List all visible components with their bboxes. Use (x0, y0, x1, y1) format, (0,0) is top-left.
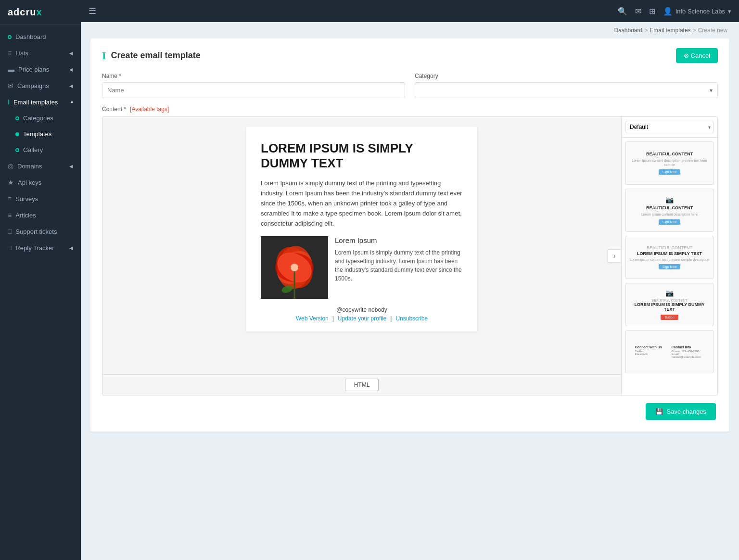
template-5-col-1: Connect With Us Twitter Facebook (635, 345, 668, 358)
save-button[interactable]: 💾 Save changes (646, 403, 716, 420)
table-icon[interactable]: ⊞ (649, 7, 655, 16)
email-headline: LOREM IPSUM IS SIMPLY DUMMY TEXT (261, 141, 463, 171)
template-item-5[interactable]: Connect With Us Twitter Facebook Contact… (625, 330, 714, 373)
nav-chevron-right-icon: › (613, 252, 616, 260)
camera-icon: 📷 (665, 196, 674, 204)
email-col-body: Lorem Ipsum is simply dummy text of the … (335, 248, 463, 283)
sidebar-item-api-keys[interactable]: ★ Api keys (0, 174, 81, 191)
email-footer-author: @copywrite nobody (261, 306, 463, 313)
domains-icon: ◎ (8, 162, 13, 170)
web-version-link[interactable]: Web Version (296, 315, 329, 322)
sidebar-item-dashboard[interactable]: Dashboard (0, 29, 81, 45)
sidebar-item-domains[interactable]: ◎ Domains ◀ (0, 158, 81, 174)
breadcrumb-email-templates[interactable]: Email templates (650, 27, 690, 34)
email-templates-arrow-icon: ▾ (71, 100, 73, 105)
template-5-label-1: Connect With Us (635, 345, 668, 349)
hamburger-icon[interactable]: ☰ (89, 6, 96, 16)
template-3-subtitle: BEAUTIFUL CONTENT (647, 245, 692, 250)
email-footer-links: Web Version | Update your profile | Unsu… (261, 315, 463, 322)
template-5-contact: Connect With Us Twitter Facebook Contact… (635, 345, 704, 358)
sidebar-item-campaigns[interactable]: ✉ Campaigns ◀ (0, 77, 81, 94)
logo-x: x (36, 7, 42, 17)
sidebar-item-price-plans[interactable]: ▬ Price plans ◀ (0, 61, 81, 77)
editor-area: LOREM IPSUM IS SIMPLY DUMMY TEXT Lorem I… (102, 116, 718, 395)
sidebar-item-label: Price plans (18, 66, 49, 73)
user-menu[interactable]: 👤 Info Science Labs ▾ (663, 7, 731, 16)
footer-sep-2: | (390, 315, 392, 322)
gallery-dot-icon (15, 148, 19, 152)
category-label: Category (415, 73, 718, 79)
update-profile-link[interactable]: Update your profile (338, 315, 386, 322)
editor-toolbar: HTML (102, 374, 621, 395)
template-select[interactable]: Default (625, 121, 714, 133)
template-sidebar: Default ▾ BEAUTIFUL CONTENT Lorem ipsum … (621, 117, 717, 395)
editor-nav-arrow[interactable]: › (608, 249, 621, 263)
sidebar-item-label: Domains (17, 163, 42, 170)
page-title-row: I Create email template (102, 50, 201, 62)
template-2-btn: Sign Now (659, 219, 681, 225)
category-select[interactable] (415, 83, 717, 98)
sidebar-item-label: Email templates (13, 99, 58, 106)
price-plans-icon: ▬ (8, 65, 14, 73)
name-label: Name * (102, 73, 405, 79)
sidebar-item-gallery[interactable]: Gallery (0, 142, 81, 158)
user-dropdown-arrow-icon: ▾ (728, 8, 731, 15)
template-item-3[interactable]: BEAUTIFUL CONTENT LOREM IPSUM IS SIMPLY … (625, 236, 714, 279)
template-4-subtitle: BEAUTIFUL CONTENT (651, 299, 687, 302)
topbar: ☰ 🔍 ✉ ⊞ 👤 Info Science Labs ▾ (81, 0, 739, 22)
lists-icon: ≡ (8, 49, 12, 57)
content-label: Content * (102, 106, 126, 113)
save-label: Save changes (667, 408, 706, 415)
template-4-title: LOREM IPSUM IS SIMPLY DUMMY TEXT (630, 302, 709, 312)
template-2-title: Beautiful Content (646, 205, 693, 210)
sidebar-item-support-tickets[interactable]: □ Support tickets (0, 223, 81, 240)
category-select-wrapper: ▾ (415, 82, 718, 98)
main-area: ☰ 🔍 ✉ ⊞ 👤 Info Science Labs ▾ Dashboard … (81, 0, 739, 560)
page-title-icon: I (102, 50, 106, 62)
html-button[interactable]: HTML (345, 379, 379, 391)
sidebar-item-articles[interactable]: ≡ Articles (0, 207, 81, 223)
svg-point-6 (291, 264, 298, 271)
breadcrumb-sep-1: > (644, 27, 648, 34)
sidebar-item-categories[interactable]: Categories (0, 110, 81, 126)
page-header: I Create email template ⊗ Cancel (102, 48, 718, 63)
surveys-icon: ≡ (8, 195, 12, 203)
email-image (261, 236, 328, 299)
search-icon[interactable]: 🔍 (618, 7, 627, 16)
template-item-1[interactable]: BEAUTIFUL CONTENT Lorem ipsum content de… (625, 141, 714, 185)
sidebar: adcrux Dashboard ≡ Lists ◀ ▬ Price plans… (0, 0, 81, 560)
template-3-title: LOREM IPSUM IS SIMPLY TEXT (637, 251, 702, 256)
sidebar-item-label: Lists (15, 50, 28, 57)
available-tags-link[interactable]: [Available tags] (130, 106, 169, 113)
name-input[interactable] (102, 82, 405, 98)
topbar-icons: 🔍 ✉ ⊞ 👤 Info Science Labs ▾ (618, 7, 731, 16)
content-area: Dashboard > Email templates > Create new… (81, 22, 739, 560)
template-3-text: Lorem ipsum content text preview sample … (630, 257, 709, 262)
sidebar-item-label: Articles (15, 212, 36, 219)
breadcrumb-dashboard[interactable]: Dashboard (614, 27, 643, 34)
sidebar-item-label: Templates (23, 130, 51, 138)
cancel-button[interactable]: ⊗ Cancel (676, 48, 718, 63)
unsubscribe-link[interactable]: Unsubscribe (395, 315, 428, 322)
category-group: Category ▾ (415, 73, 718, 98)
sidebar-item-lists[interactable]: ≡ Lists ◀ (0, 45, 81, 61)
api-keys-icon: ★ (8, 178, 14, 186)
template-item-4[interactable]: 📷 BEAUTIFUL CONTENT LOREM IPSUM IS SIMPL… (625, 283, 714, 326)
sidebar-item-label: Gallery (23, 146, 43, 153)
sidebar-item-templates[interactable]: Templates (0, 126, 81, 142)
sidebar-item-reply-tracker[interactable]: □ Reply Tracker ◀ (0, 240, 81, 256)
breadcrumb: Dashboard > Email templates > Create new (81, 22, 739, 38)
editor-scroll[interactable]: LOREM IPSUM IS SIMPLY DUMMY TEXT Lorem I… (102, 117, 621, 374)
logo[interactable]: adcrux (0, 0, 81, 25)
template-item-2[interactable]: 📷 Beautiful Content Lorem ipsum content … (625, 189, 714, 232)
articles-icon: ≡ (8, 211, 12, 219)
template-5-col-2: Contact Info Phone: 123-456-7890 Email: … (672, 345, 704, 358)
template-3-btn: Sign Now (659, 264, 681, 269)
sidebar-item-email-templates[interactable]: I Email templates ▾ (0, 94, 81, 110)
email-body-text: Lorem Ipsum is simply dummy text of the … (261, 178, 463, 229)
mail-icon[interactable]: ✉ (635, 7, 641, 16)
name-group: Name * (102, 73, 405, 98)
template-5-val-2: Facebook (635, 353, 668, 356)
categories-dot-icon (15, 116, 19, 120)
sidebar-item-surveys[interactable]: ≡ Surveys (0, 191, 81, 207)
